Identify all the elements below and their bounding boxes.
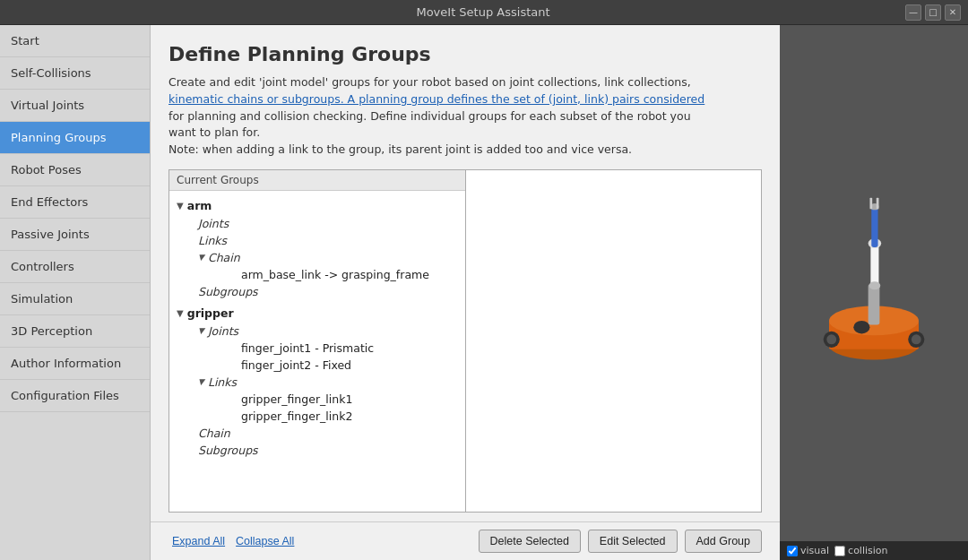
sidebar-item-self-collisions[interactable]: Self-Collisions [0, 57, 150, 90]
sidebar-item-start[interactable]: Start [0, 25, 150, 57]
arm-arrow-icon: ▼ [177, 201, 184, 211]
edit-selected-button[interactable]: Edit Selected [588, 530, 678, 553]
gripper-links-label[interactable]: ▼ Links [191, 374, 465, 391]
kinematic-link: kinematic chains or subgroups. A plannin… [169, 92, 704, 106]
gripper-joints-label[interactable]: ▼ Joints [191, 323, 465, 340]
gripper-children: ▼ Joints finger_joint1 - Prismatic finge… [169, 323, 465, 459]
gripper-links-content: gripper_finger_link1 gripper_finger_link… [191, 391, 465, 425]
gripper-links-arrow-icon: ▼ [198, 377, 204, 386]
arm-chain-value: arm_base_link -> grasping_frame [227, 266, 465, 283]
maximize-button[interactable]: □ [925, 4, 941, 21]
sidebar-item-configuration-files[interactable]: Configuration Files [0, 380, 150, 412]
svg-point-7 [853, 320, 869, 333]
gripper-group-label: gripper [187, 306, 234, 320]
tree-content: ▼ arm Joints Links [169, 191, 465, 464]
gripper-joints-arrow-icon: ▼ [198, 326, 204, 335]
robot-illustration [802, 194, 946, 374]
sidebar-item-controllers[interactable]: Controllers [0, 251, 150, 283]
svg-rect-14 [877, 197, 879, 209]
groups-tree[interactable]: Current Groups ▼ arm Joints [169, 169, 466, 513]
arm-children: Joints Links ▼ Chain arm_b [169, 215, 465, 300]
sidebar-item-robot-poses[interactable]: Robot Poses [0, 154, 150, 186]
gripper-joints-content: finger_joint1 - Prismatic finger_joint2 … [191, 340, 465, 374]
viewport-controls: visual collision [780, 541, 968, 560]
arm-subgroups-label[interactable]: Subgroups [191, 283, 465, 300]
bottom-bar: Expand All Collapse All Delete Selected … [151, 521, 780, 560]
arm-group-label: arm [187, 199, 212, 212]
robot-viewport-panel: visual collision [780, 25, 968, 560]
close-button[interactable]: ✕ [945, 4, 961, 21]
sidebar-item-virtual-joints[interactable]: Virtual Joints [0, 90, 150, 122]
app-title: MoveIt Setup Assistant [61, 5, 905, 19]
svg-rect-13 [869, 197, 872, 209]
svg-point-6 [912, 334, 921, 344]
collapse-all-button[interactable]: Collapse All [232, 531, 298, 551]
tree-group-gripper[interactable]: ▼ gripper ▼ Joints finger_joint1 - Prism… [169, 302, 465, 461]
sidebar-item-end-effectors[interactable]: End Effectors [0, 186, 150, 219]
sidebar-item-planning-groups[interactable]: Planning Groups [0, 122, 150, 154]
arm-links-label[interactable]: Links [191, 232, 465, 249]
expand-all-button[interactable]: Expand All [169, 531, 229, 551]
page-title: Define Planning Groups [169, 43, 762, 65]
svg-rect-8 [869, 284, 880, 324]
finger-joint1: finger_joint1 - Prismatic [227, 340, 465, 357]
groups-header: Current Groups [169, 170, 465, 191]
collision-label: collision [848, 545, 887, 556]
svg-point-15 [869, 281, 881, 289]
gripper-finger-link2: gripper_finger_link2 [227, 408, 465, 425]
window-controls: — □ ✕ [905, 4, 961, 21]
sidebar: Start Self-Collisions Virtual Joints Pla… [0, 25, 151, 560]
svg-rect-9 [870, 243, 878, 288]
finger-joint2: finger_joint2 - Fixed [227, 357, 465, 374]
add-group-button[interactable]: Add Group [685, 530, 762, 553]
arm-chain-arrow-icon: ▼ [198, 253, 204, 262]
svg-point-4 [826, 334, 836, 344]
collision-checkbox[interactable] [834, 546, 845, 556]
sidebar-item-3d-perception[interactable]: 3D Perception [0, 315, 150, 348]
tree-group-arm[interactable]: ▼ arm Joints Links [169, 194, 465, 302]
minimize-button[interactable]: — [905, 4, 921, 21]
visual-checkbox-label[interactable]: visual [787, 545, 829, 556]
collision-checkbox-label[interactable]: collision [834, 545, 887, 556]
visual-label: visual [800, 545, 829, 556]
title-bar: MoveIt Setup Assistant — □ ✕ [0, 0, 968, 25]
delete-selected-button[interactable]: Delete Selected [479, 530, 581, 553]
main-content: Define Planning Groups Create and edit '… [151, 25, 780, 560]
sidebar-item-simulation[interactable]: Simulation [0, 283, 150, 315]
robot-viewport [780, 25, 968, 542]
arm-chain-label[interactable]: ▼ Chain [191, 249, 465, 266]
groups-right-panel [466, 169, 763, 513]
sidebar-item-passive-joints[interactable]: Passive Joints [0, 219, 150, 251]
svg-rect-11 [871, 206, 877, 246]
description: Create and edit 'joint model' groups for… [169, 74, 762, 159]
gripper-chain-label[interactable]: Chain [191, 425, 465, 442]
bottom-links: Expand All Collapse All [169, 531, 471, 551]
gripper-subgroups-label[interactable]: Subgroups [191, 442, 465, 459]
sidebar-item-author-information[interactable]: Author Information [0, 348, 150, 380]
gripper-arrow-icon: ▼ [177, 308, 184, 318]
visual-checkbox[interactable] [787, 546, 798, 556]
arm-joints-label[interactable]: Joints [191, 215, 465, 232]
gripper-finger-link1: gripper_finger_link1 [227, 391, 465, 408]
arm-chain-content: arm_base_link -> grasping_frame [191, 266, 465, 283]
